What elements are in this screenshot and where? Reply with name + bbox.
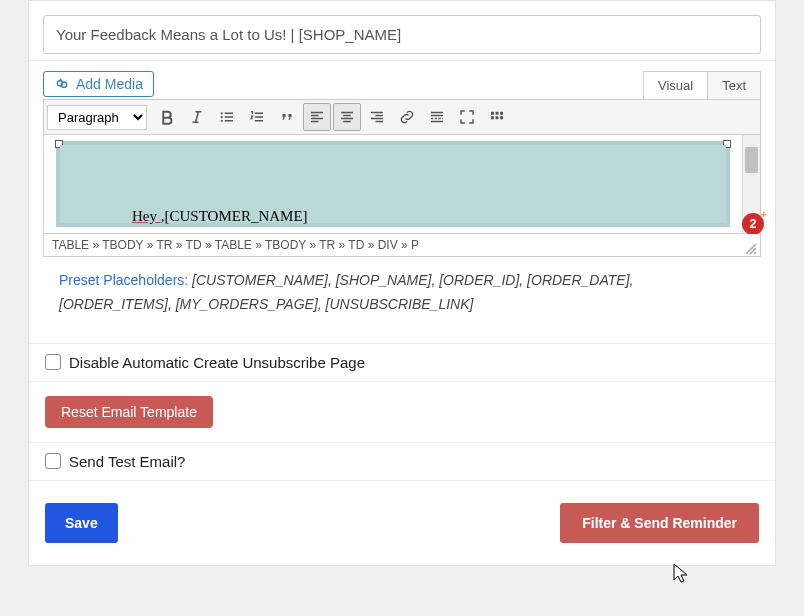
media-icon: [54, 76, 70, 92]
toolbar-toggle-button[interactable]: [483, 103, 511, 131]
send-test-label: Send Test Email?: [69, 453, 185, 470]
align-right-button[interactable]: [363, 103, 391, 131]
reset-template-button[interactable]: Reset Email Template: [45, 396, 213, 428]
editor-body[interactable]: Hey ,[CUSTOMER_NAME] 2: [43, 134, 761, 234]
svg-rect-9: [496, 116, 499, 119]
svg-rect-10: [500, 116, 503, 119]
align-left-icon: [308, 108, 326, 126]
align-left-button[interactable]: [303, 103, 331, 131]
send-test-row: Send Test Email?: [29, 442, 775, 480]
bullet-list-icon: [218, 108, 236, 126]
quote-icon: [278, 108, 296, 126]
save-button[interactable]: Save: [45, 503, 118, 543]
email-subject-input[interactable]: [43, 15, 761, 54]
svg-point-3: [221, 116, 223, 118]
disable-unsub-row: Disable Automatic Create Unsubscribe Pag…: [29, 343, 775, 381]
italic-icon: [188, 108, 206, 126]
filter-send-button[interactable]: Filter & Send Reminder: [560, 503, 759, 543]
fullscreen-icon: [458, 108, 476, 126]
tab-text[interactable]: Text: [707, 72, 760, 99]
editor-selection: Hey ,[CUSTOMER_NAME]: [56, 141, 730, 227]
editor-mode-tabs: Visual Text: [643, 71, 761, 99]
number-list-icon: [248, 108, 266, 126]
number-list-button[interactable]: [243, 103, 271, 131]
editor-text[interactable]: Hey ,[CUSTOMER_NAME]: [132, 208, 308, 225]
bullet-list-button[interactable]: [213, 103, 241, 131]
svg-point-4: [221, 120, 223, 122]
align-center-button[interactable]: [333, 103, 361, 131]
disable-unsub-label: Disable Automatic Create Unsubscribe Pag…: [69, 354, 365, 371]
notification-badge[interactable]: 2: [742, 213, 764, 235]
add-media-label: Add Media: [76, 76, 143, 92]
send-test-checkbox[interactable]: [45, 453, 61, 469]
readmore-button[interactable]: [423, 103, 451, 131]
bold-icon: [158, 108, 176, 126]
italic-button[interactable]: [183, 103, 211, 131]
element-path-text: TABLE » TBODY » TR » TD » TABLE » TBODY …: [52, 238, 419, 252]
svg-rect-6: [496, 112, 499, 115]
toolbar-toggle-icon: [488, 108, 506, 126]
fullscreen-button[interactable]: [453, 103, 481, 131]
svg-rect-5: [491, 112, 494, 115]
element-path-bar[interactable]: TABLE » TBODY » TR » TD » TABLE » TBODY …: [43, 234, 761, 257]
add-media-button[interactable]: Add Media: [43, 71, 154, 97]
link-icon: [398, 108, 416, 126]
resize-grip-icon[interactable]: [744, 242, 758, 256]
svg-rect-7: [500, 112, 503, 115]
align-center-icon: [338, 108, 356, 126]
placeholders-label: Preset Placeholders:: [59, 272, 188, 288]
svg-rect-8: [491, 116, 494, 119]
readmore-icon: [428, 108, 446, 126]
scroll-thumb[interactable]: [745, 147, 758, 173]
bold-button[interactable]: [153, 103, 181, 131]
format-select[interactable]: Paragraph: [47, 105, 147, 130]
link-button[interactable]: [393, 103, 421, 131]
placeholders-info: Preset Placeholders: [CUSTOMER_NAME], [S…: [43, 257, 761, 333]
disable-unsub-checkbox[interactable]: [45, 354, 61, 370]
svg-point-2: [221, 112, 223, 114]
tab-visual[interactable]: Visual: [644, 72, 707, 99]
blockquote-button[interactable]: [273, 103, 301, 131]
editor-toolbar: Paragraph: [43, 99, 761, 134]
align-right-icon: [368, 108, 386, 126]
